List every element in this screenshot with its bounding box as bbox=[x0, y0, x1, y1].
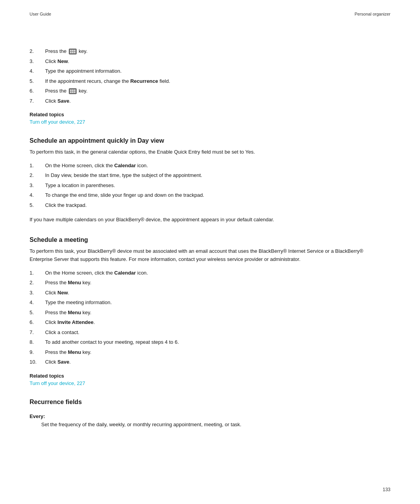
day-view-step-1: 1. On the Home screen, click the Calenda… bbox=[30, 162, 380, 170]
related-topics-1: Related topics Turn off your device, 227 bbox=[30, 112, 380, 125]
menu-key-icon-1 bbox=[69, 49, 77, 54]
related-topics-link-1[interactable]: Turn off your device, 227 bbox=[30, 119, 85, 125]
meeting-step-10: 10. Click Save. bbox=[30, 358, 380, 366]
step-6: 6. Press the key. bbox=[30, 87, 380, 95]
meeting-step-1: 1. On the Home screen, click the Calenda… bbox=[30, 269, 380, 277]
day-view-step-5: 5. Click the trackpad. bbox=[30, 201, 380, 209]
section-recurrence: Recurrence fields Every: Set the frequen… bbox=[30, 399, 380, 429]
step-4: 4. Type the appointment information. bbox=[30, 67, 380, 75]
every-content: Set the frequency of the daily, weekly, … bbox=[41, 421, 380, 429]
step-2: 2. Press the key. bbox=[30, 47, 380, 55]
section-meeting: Schedule a meeting To perform this task,… bbox=[30, 236, 380, 366]
header-right: Personal organizer bbox=[355, 12, 390, 16]
initial-steps-list: 2. Press the key. 3. Click New. 4. Type … bbox=[30, 47, 380, 105]
menu-key-icon-2 bbox=[69, 88, 77, 94]
recurrence-heading: Recurrence fields bbox=[30, 399, 380, 406]
meeting-step-8: 8. To add another contact to your meetin… bbox=[30, 338, 380, 346]
section-day-view: Schedule an appointment quickly in Day v… bbox=[30, 137, 380, 224]
related-topics-2: Related topics Turn off your device, 227 bbox=[30, 373, 380, 386]
meeting-step-6: 6. Click Invite Attendee. bbox=[30, 318, 380, 326]
day-view-step-3: 3. Type a location in parentheses. bbox=[30, 182, 380, 189]
meeting-step-2: 2. Press the Menu key. bbox=[30, 279, 380, 287]
day-view-step-2: 2. In Day view, beside the start time, t… bbox=[30, 172, 380, 179]
meeting-step-3: 3. Click New. bbox=[30, 289, 380, 297]
meeting-step-7: 7. Click a contact. bbox=[30, 329, 380, 336]
day-view-step-4: 4. To change the end time, slide your fi… bbox=[30, 191, 380, 199]
day-view-heading: Schedule an appointment quickly in Day v… bbox=[30, 137, 380, 144]
day-view-note: If you have multiple calendars on your B… bbox=[30, 216, 380, 224]
day-view-intro: To perform this task, in the general cal… bbox=[30, 148, 380, 156]
related-topics-link-2[interactable]: Turn off your device, 227 bbox=[30, 380, 85, 386]
meeting-steps: 1. On the Home screen, click the Calenda… bbox=[30, 269, 380, 366]
day-view-steps: 1. On the Home screen, click the Calenda… bbox=[30, 162, 380, 209]
step-5: 5. If the appointment recurs, change the… bbox=[30, 77, 380, 85]
meeting-heading: Schedule a meeting bbox=[30, 236, 380, 243]
page-number: 133 bbox=[383, 487, 390, 492]
meeting-step-9: 9. Press the Menu key. bbox=[30, 348, 380, 356]
header-left: User Guide bbox=[30, 12, 51, 16]
meeting-step-5: 5. Press the Menu key. bbox=[30, 309, 380, 317]
meeting-intro: To perform this task, your BlackBerry® d… bbox=[30, 247, 380, 264]
step-7: 7. Click Save. bbox=[30, 97, 380, 105]
meeting-step-4: 4. Type the meeting information. bbox=[30, 299, 380, 306]
step-3: 3. Click New. bbox=[30, 58, 380, 65]
every-label: Every: bbox=[30, 413, 380, 419]
